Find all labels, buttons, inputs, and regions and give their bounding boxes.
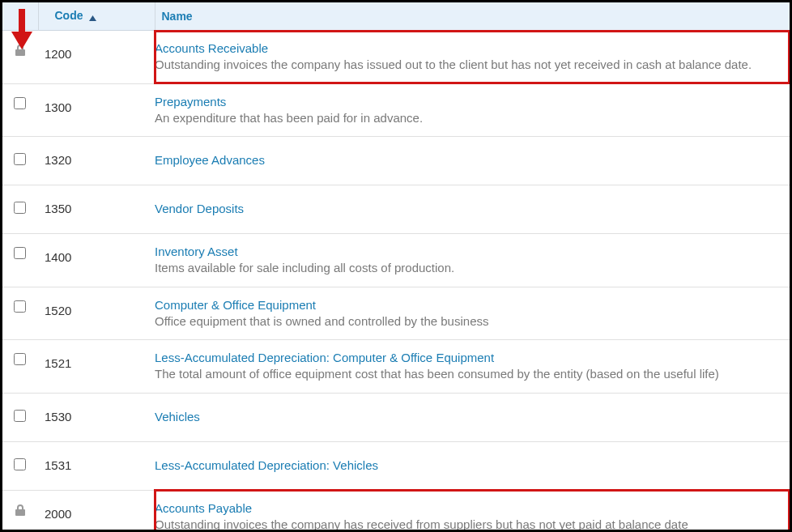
table-row: 1400Inventory AssetItems available for s… (2, 234, 790, 287)
account-name-cell: Inventory AssetItems available for sale … (155, 234, 790, 287)
row-checkbox[interactable] (14, 153, 26, 165)
account-code: 1521 (38, 340, 155, 394)
header-code-label: Code (55, 9, 83, 22)
account-code: 1520 (38, 287, 155, 340)
account-name-link[interactable]: Computer & Office Equipment (155, 298, 783, 312)
row-checkbox[interactable] (14, 97, 26, 109)
account-code: 1200 (38, 31, 155, 84)
row-checkbox[interactable] (14, 458, 26, 470)
account-name-cell: Accounts PayableOutstanding invoices the… (155, 490, 790, 532)
table-row: 2000Accounts PayableOutstanding invoices… (2, 490, 790, 532)
account-name-link[interactable]: Vehicles (155, 410, 783, 423)
row-checkbox[interactable] (14, 410, 26, 422)
svg-marker-2 (89, 15, 96, 21)
table-row: 1300PrepaymentsAn expenditure that has b… (2, 83, 790, 137)
table-row: 1320Employee Advances (2, 137, 790, 185)
row-checkbox[interactable] (14, 202, 26, 214)
account-code: 2000 (38, 490, 155, 532)
account-name-link[interactable]: Prepayments (155, 95, 783, 109)
account-name-link[interactable]: Less-Accumulated Depreciation: Computer … (155, 351, 783, 364)
column-header-select[interactable] (2, 2, 38, 31)
account-code: 1300 (38, 83, 155, 137)
row-select-cell (2, 441, 38, 490)
column-header-name[interactable]: Name (155, 2, 790, 31)
table-row: 1350Vendor Deposits (2, 185, 790, 234)
header-name-label: Name (162, 10, 193, 23)
account-description: Outstanding invoices the company has rec… (155, 517, 783, 533)
sort-asc-icon (89, 11, 96, 23)
account-name-cell: Vehicles (155, 393, 790, 441)
account-description: Outstanding invoices the company has iss… (155, 57, 783, 73)
lock-icon (14, 44, 27, 57)
account-description: Items available for sale including all c… (155, 260, 783, 276)
account-name-link[interactable]: Less-Accumulated Depreciation: Vehicles (155, 458, 783, 472)
account-description: Office equipment that is owned and contr… (155, 313, 783, 330)
account-name-link[interactable]: Vendor Deposits (155, 202, 783, 215)
account-code: 1531 (38, 441, 155, 490)
account-code: 1350 (38, 185, 155, 234)
row-select-cell (2, 287, 38, 340)
table-row: 1521Less-Accumulated Depreciation: Compu… (2, 340, 790, 394)
account-name-cell: Employee Advances (155, 137, 790, 185)
row-checkbox[interactable] (14, 247, 26, 259)
account-code: 1400 (38, 234, 155, 287)
account-name-cell: Accounts ReceivableOutstanding invoices … (155, 31, 790, 84)
table-row: 1520Computer & Office EquipmentOffice eq… (2, 287, 790, 340)
account-code: 1530 (38, 393, 155, 441)
account-name-cell: Computer & Office EquipmentOffice equipm… (155, 287, 790, 340)
row-select-cell (2, 393, 38, 441)
accounts-table: Code Name 1200Accounts ReceivableOutstan… (2, 2, 790, 532)
row-checkbox[interactable] (14, 353, 26, 365)
account-description: An expenditure that has been paid for in… (155, 110, 783, 126)
row-select-cell (2, 340, 38, 394)
row-select-cell (2, 137, 38, 185)
lock-icon (14, 504, 27, 517)
account-name-link[interactable]: Employee Advances (155, 153, 783, 167)
account-name-link[interactable]: Accounts Payable (155, 501, 783, 515)
account-description: The total amount of office equipment cos… (155, 366, 783, 382)
row-checkbox[interactable] (14, 300, 26, 313)
row-select-cell (2, 185, 38, 234)
account-name-link[interactable]: Inventory Asset (155, 245, 783, 258)
table-row: 1531Less-Accumulated Depreciation: Vehic… (2, 441, 790, 490)
row-select-cell (2, 490, 38, 532)
account-code: 1320 (38, 137, 155, 185)
row-select-cell (2, 31, 38, 84)
account-name-cell: Less-Accumulated Depreciation: Computer … (155, 340, 790, 394)
account-name-cell: PrepaymentsAn expenditure that has been … (155, 83, 790, 137)
account-name-cell: Vendor Deposits (155, 185, 790, 234)
column-header-code[interactable]: Code (38, 2, 155, 31)
table-row: 1530Vehicles (2, 393, 790, 441)
row-select-cell (2, 234, 38, 287)
row-select-cell (2, 83, 38, 137)
account-name-cell: Less-Accumulated Depreciation: Vehicles (155, 441, 790, 490)
account-name-link[interactable]: Accounts Receivable (155, 41, 783, 55)
table-row: 1200Accounts ReceivableOutstanding invoi… (2, 31, 790, 84)
